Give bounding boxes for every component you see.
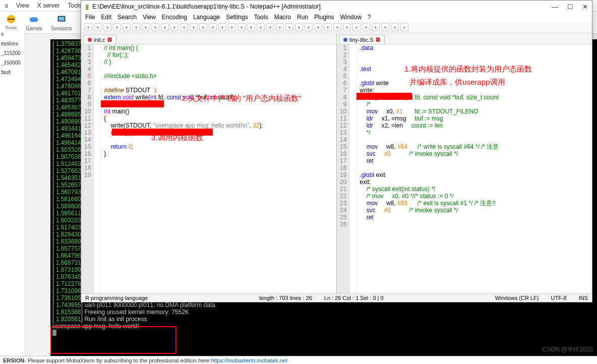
toolbar-icon[interactable]: •: [400, 23, 408, 31]
toolbar-icon[interactable]: •: [142, 23, 150, 31]
toolbar-icon[interactable]: •: [381, 23, 389, 31]
npp-menu-item[interactable]: Search: [117, 14, 137, 21]
npp-menu-item[interactable]: Plugins: [314, 14, 334, 21]
close-button[interactable]: ✕: [582, 3, 588, 11]
npp-menu-item[interactable]: Tools: [254, 14, 268, 21]
toolbar-icon[interactable]: •: [151, 23, 159, 31]
npp-menu-item[interactable]: Settings: [226, 14, 248, 21]
toolbar-icon[interactable]: •: [170, 23, 178, 31]
npp-status-bar: R programming language length : 703 line…: [81, 293, 592, 302]
minimize-button[interactable]: —: [552, 3, 558, 11]
moba-menu-item[interactable]: View: [16, 2, 29, 9]
svg-rect-4: [58, 17, 64, 20]
status-enc: UTF-8: [551, 295, 566, 301]
moba-sidebar: s essions _115200 _150000 fault: [0, 29, 25, 356]
moba-menu-item[interactable]: Tools: [68, 2, 82, 9]
footer-link[interactable]: https://mobaxterm.mobatek.net: [211, 357, 287, 363]
npp-toolbar: ••••••••••••••••••••••••••••••••••: [81, 22, 592, 33]
npp-menu-item[interactable]: Encoding: [162, 14, 187, 21]
toolbar-icon[interactable]: •: [218, 23, 226, 31]
tools-icon[interactable]: Tools: [5, 14, 17, 31]
side-item[interactable]: essions: [1, 41, 24, 46]
maximize-button[interactable]: ☐: [567, 3, 573, 11]
moba-menu-item[interactable]: s: [5, 2, 8, 9]
status-length: length : 703 lines : 26: [259, 295, 312, 301]
npp-menu-item[interactable]: Run: [297, 14, 308, 21]
tab-tiny-libc[interactable]: tiny-libc.S⊠: [339, 35, 385, 44]
close-icon[interactable]: ⊠: [107, 36, 112, 43]
toolbar-icon[interactable]: •: [333, 23, 341, 31]
npp-menu-item[interactable]: View: [143, 14, 156, 21]
toolbar-icon[interactable]: •: [343, 23, 351, 31]
watermark: CSDN @华仔2022: [543, 345, 593, 354]
status-pos: Ln : 26 Col : 1 Sel : 0 | 0: [324, 295, 384, 301]
moba-footer: ERSION - Please support MobaXterm by sub…: [0, 356, 597, 364]
toolbar-icon[interactable]: •: [84, 23, 92, 31]
toolbar-icon[interactable]: •: [314, 23, 322, 31]
toolbar-icon[interactable]: •: [266, 23, 274, 31]
sessions-icon[interactable]: Sessions: [51, 14, 72, 31]
left-editor[interactable]: 12345678910111213141516171819 // int mai…: [81, 44, 336, 293]
notepadpp-window: ▮ E:\Dev\EE\linux_src\linux-6.1.1\build\…: [81, 0, 592, 302]
svg-rect-1: [7, 19, 15, 20]
status-eol: Windows (CR LF): [495, 295, 539, 301]
toolbar-icon[interactable]: •: [305, 23, 313, 31]
footer-text: - Please support MobaXterm by subscribin…: [24, 357, 211, 363]
close-icon[interactable]: ⊠: [376, 36, 380, 43]
toolbar-icon[interactable]: •: [199, 23, 207, 31]
npp-app-icon: ▮: [85, 3, 89, 11]
npp-menu-item[interactable]: ?: [368, 14, 371, 21]
npp-title-text: E:\Dev\EE\linux_src\linux-6.1.1\build\us…: [92, 3, 321, 10]
right-editor[interactable]: 1234567891011121314151617181920212223242…: [337, 44, 592, 293]
npp-title-bar: ▮ E:\Dev\EE\linux_src\linux-6.1.1\build\…: [81, 1, 592, 13]
npp-menu-item[interactable]: File: [85, 14, 95, 21]
toolbar-icon[interactable]: •: [190, 23, 198, 31]
side-item[interactable]: s: [1, 31, 24, 37]
left-editor-pane: init.c⊠ 12345678910111213141516171819 //…: [81, 33, 337, 293]
toolbar-icon[interactable]: •: [276, 23, 284, 31]
toolbar-icon[interactable]: •: [94, 23, 102, 31]
toolbar-icon[interactable]: •: [180, 23, 188, 31]
npp-menu-item[interactable]: Language: [193, 14, 220, 21]
npp-menu-item[interactable]: Macro: [274, 14, 291, 21]
moba-menu-item[interactable]: X server: [37, 2, 60, 9]
toolbar-icon[interactable]: •: [257, 23, 265, 31]
toolbar-icon[interactable]: •: [103, 23, 111, 31]
npp-menu-item[interactable]: Window: [340, 14, 362, 21]
toolbar-icon[interactable]: •: [295, 23, 303, 31]
toolbar-icon[interactable]: •: [324, 23, 332, 31]
toolbar-icon[interactable]: •: [285, 23, 293, 31]
toolbar-icon[interactable]: •: [228, 23, 236, 31]
svg-rect-2: [30, 17, 38, 22]
tab-init-c[interactable]: init.c⊠: [83, 35, 116, 44]
footer-version: ERSION: [3, 357, 24, 363]
side-item[interactable]: _150000: [1, 60, 24, 66]
toolbar-icon[interactable]: •: [209, 23, 217, 31]
toolbar-icon[interactable]: •: [161, 23, 169, 31]
toolbar-icon[interactable]: •: [113, 23, 121, 31]
toolbar-icon[interactable]: •: [123, 23, 131, 31]
toolbar-icon[interactable]: •: [352, 23, 361, 31]
right-editor-pane: tiny-libc.S⊠ 123456789101112131415161718…: [337, 33, 592, 293]
games-icon[interactable]: Games: [26, 14, 42, 31]
toolbar-icon[interactable]: •: [247, 23, 255, 31]
status-ins: INS: [579, 295, 588, 301]
status-lang: R programming language: [85, 295, 148, 301]
toolbar-icon[interactable]: •: [391, 23, 399, 31]
toolbar-icon[interactable]: •: [362, 23, 370, 31]
npp-menu-bar: File Edit Search View Encoding Language …: [81, 13, 592, 22]
npp-menu-item[interactable]: Edit: [101, 14, 111, 21]
side-item[interactable]: fault: [1, 70, 24, 75]
side-item[interactable]: _115200: [1, 50, 24, 56]
toolbar-icon[interactable]: •: [132, 23, 140, 31]
toolbar-icon[interactable]: •: [372, 23, 380, 31]
toolbar-icon[interactable]: •: [237, 23, 246, 31]
